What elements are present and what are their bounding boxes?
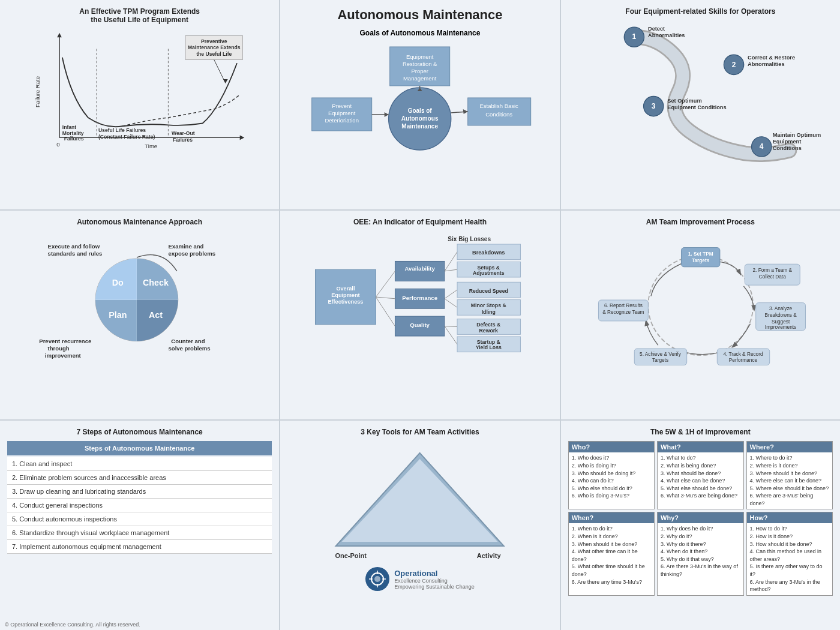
cell-when: When? 1. When to do it?2. When is it don…	[568, 512, 655, 595]
tools-title: 3 Key Tools for AM Team Activities	[287, 428, 552, 436]
fivew-title: The 5W & 1H of Improvement	[568, 428, 833, 436]
skills-title: Four Equipment-related Skills for Operat…	[568, 7, 833, 16]
svg-text:Equipment: Equipment	[406, 53, 434, 60]
svg-text:Targets: Targets	[692, 258, 710, 263]
approach-title: Autonomous Maintenance Approach	[7, 218, 272, 226]
svg-text:3. Analyze: 3. Analyze	[769, 305, 793, 311]
svg-text:Mortality: Mortality	[62, 130, 84, 136]
tools-diagram: One-Point Lessons Activity Boards Meetin…	[287, 441, 552, 561]
svg-line-111	[445, 326, 457, 326]
svg-text:Improvements: Improvements	[765, 324, 796, 329]
svg-text:Autonomous: Autonomous	[401, 115, 439, 122]
svg-text:Failure Rate: Failure Rate	[34, 76, 41, 107]
svg-text:Set Optimum: Set Optimum	[667, 98, 701, 104]
svg-text:4: 4	[760, 142, 764, 151]
svg-text:Abnormalities: Abnormalities	[648, 32, 685, 38]
svg-text:One-Point: One-Point	[335, 552, 367, 559]
step-item-5: 5. Conduct autonomous inspections	[7, 512, 272, 526]
svg-text:Adjustments: Adjustments	[473, 270, 505, 276]
svg-text:2. Form a Team &: 2. Form a Team &	[752, 268, 792, 273]
svg-text:6. Report Results: 6. Report Results	[604, 303, 643, 308]
svg-text:Idling: Idling	[482, 308, 496, 314]
when-content: 1. When to do it?2. When is it done?3. W…	[569, 523, 654, 587]
svg-text:Wear-Out: Wear-Out	[172, 130, 195, 136]
cell-what: What? 1. What to do?2. What is being don…	[657, 441, 743, 509]
svg-rect-114	[681, 247, 719, 266]
step-item-7: 7. Implement autonomous equipment manage…	[7, 540, 272, 554]
svg-text:Proper: Proper	[412, 68, 429, 74]
svg-marker-21	[223, 79, 228, 83]
svg-marker-135	[342, 459, 498, 542]
svg-text:Failures: Failures	[173, 137, 193, 143]
what-header: What?	[658, 442, 743, 452]
svg-text:Suggest: Suggest	[772, 319, 790, 324]
svg-text:& Recognize Team: & Recognize Team	[602, 310, 644, 315]
svg-text:Prevent recurrence: Prevent recurrence	[39, 337, 91, 344]
svg-text:Breakdowns: Breakdowns	[472, 249, 505, 255]
svg-text:Rework: Rework	[479, 327, 499, 333]
svg-text:Boards: Boards	[478, 560, 500, 561]
svg-line-106	[376, 297, 395, 326]
fivew-grid: Who? 1. Who does it?2. Who is doing it?3…	[568, 441, 833, 596]
svg-text:Counter and: Counter and	[171, 337, 205, 344]
svg-text:2: 2	[731, 61, 736, 69]
svg-text:Conditions: Conditions	[772, 145, 801, 151]
svg-line-110	[445, 298, 457, 307]
goals-title: Goals of Autonomous Maintenance	[287, 29, 552, 37]
svg-text:through: through	[48, 345, 70, 352]
team-title: AM Team Improvement Process	[568, 218, 833, 226]
logo-sub2: Empowering Sustainable Change	[394, 584, 475, 590]
svg-marker-38	[385, 112, 389, 117]
svg-text:Examine and: Examine and	[168, 242, 203, 249]
svg-text:Maintenance: Maintenance	[402, 123, 439, 130]
who-content: 1. Who does it?2. Who is doing it?3. Who…	[569, 452, 654, 502]
svg-text:Abnormalities: Abnormalities	[748, 61, 784, 67]
skills-diagram: 1 Detect Abnormalities 2 Correct & Resto…	[568, 20, 833, 164]
panel-tpm: An Effective TPM Program Extendsthe Usef…	[0, 0, 279, 209]
svg-line-109	[445, 290, 457, 299]
svg-text:Deterioriation: Deterioriation	[325, 117, 359, 124]
step-item-1: 1. Clean and inspect	[7, 457, 272, 471]
svg-text:Breakdowns &: Breakdowns &	[764, 312, 797, 317]
svg-text:4. Track & Record: 4. Track & Record	[723, 352, 763, 357]
svg-text:3: 3	[652, 102, 656, 110]
svg-marker-2	[57, 33, 62, 38]
svg-text:Availability: Availability	[405, 265, 436, 272]
steps7-title: 7 Steps of Autonomous Maintenance	[7, 428, 272, 436]
svg-text:Equipment: Equipment	[328, 110, 356, 116]
logo-circle	[365, 567, 389, 591]
svg-text:Act: Act	[149, 310, 163, 320]
svg-text:Restoration &: Restoration &	[403, 61, 437, 67]
how-content: 1. How to do it?2. How is it done?3. How…	[747, 523, 832, 595]
svg-text:Six Big Losses: Six Big Losses	[448, 235, 491, 242]
panel-approach: Autonomous Maintenance Approach Execute …	[0, 211, 279, 420]
oee-title: OEE: An Indicator of Equipment Health	[287, 218, 552, 226]
panel-fivew: The 5W & 1H of Improvement Who? 1. Who d…	[561, 421, 840, 630]
autonomous-title: Autonomous Maintenance	[287, 7, 552, 23]
svg-text:Time: Time	[145, 143, 157, 149]
svg-text:Do: Do	[112, 278, 124, 287]
svg-text:Check: Check	[143, 278, 169, 287]
svg-text:Performance: Performance	[403, 294, 438, 301]
svg-text:(Constant Failure Rate): (Constant Failure Rate)	[98, 134, 155, 140]
svg-text:Goals of: Goals of	[408, 107, 433, 114]
svg-text:Equipment: Equipment	[772, 139, 801, 145]
svg-point-143	[374, 576, 380, 582]
svg-text:Reduced Speed: Reduced Speed	[469, 287, 508, 293]
goals-diagram: Goals of Autonomous Maintenance Equipmen…	[287, 41, 552, 173]
svg-text:Correct & Restore: Correct & Restore	[748, 55, 795, 61]
svg-text:5. Achieve & Verify: 5. Achieve & Verify	[640, 352, 682, 357]
svg-text:Equipment Conditions: Equipment Conditions	[667, 104, 726, 110]
cell-who: Who? 1. Who does it?2. Who is doing it?3…	[568, 441, 655, 509]
svg-text:Performance: Performance	[729, 358, 758, 363]
svg-text:Preventive: Preventive	[201, 38, 227, 44]
svg-text:Plan: Plan	[109, 310, 127, 320]
panel-skills: Four Equipment-related Skills for Operat…	[561, 0, 840, 209]
svg-text:Quality: Quality	[410, 322, 430, 328]
step-item-4: 4. Conduct general inspections	[7, 499, 272, 512]
svg-text:Maintenance Extends: Maintenance Extends	[188, 44, 241, 50]
logo-name: Operational	[394, 569, 475, 578]
svg-text:Infant: Infant	[62, 124, 76, 130]
team-diagram: 1. Set TPM Targets 2. Form a Team & Coll…	[568, 231, 833, 369]
svg-text:Prevent: Prevent	[332, 103, 352, 109]
